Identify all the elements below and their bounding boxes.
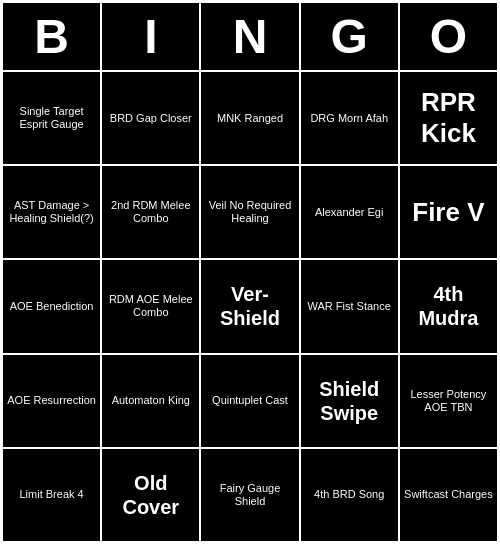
bingo-cell-21[interactable]: Old Cover <box>101 448 200 542</box>
cell-text-2: MNK Ranged <box>217 112 283 125</box>
bingo-card: BINGO Single Target Esprit GaugeBRD Gap … <box>0 0 500 544</box>
bingo-cell-10[interactable]: AOE Benediction <box>2 259 101 353</box>
bingo-cell-2[interactable]: MNK Ranged <box>200 71 299 165</box>
bingo-cell-6[interactable]: 2nd RDM Melee Combo <box>101 165 200 259</box>
header-letter-b: B <box>2 2 101 71</box>
bingo-cell-11[interactable]: RDM AOE Melee Combo <box>101 259 200 353</box>
bingo-cell-23[interactable]: 4th BRD Song <box>300 448 399 542</box>
header-letter-g: G <box>300 2 399 71</box>
header-letter-i: I <box>101 2 200 71</box>
cell-text-1: BRD Gap Closer <box>110 112 192 125</box>
cell-text-19: Lesser Potency AOE TBN <box>404 388 493 414</box>
cell-text-10: AOE Benediction <box>10 300 94 313</box>
bingo-cell-17[interactable]: Quintuplet Cast <box>200 354 299 448</box>
cell-text-4: RPR Kick <box>404 87 493 149</box>
cell-text-21: Old Cover <box>106 471 195 519</box>
bingo-cell-8[interactable]: Alexander Egi <box>300 165 399 259</box>
cell-text-24: Swiftcast Charges <box>404 488 493 501</box>
cell-text-15: AOE Resurrection <box>7 394 96 407</box>
header-letter-n: N <box>200 2 299 71</box>
bingo-cell-24[interactable]: Swiftcast Charges <box>399 448 498 542</box>
cell-text-5: AST Damage > Healing Shield(?) <box>7 199 96 225</box>
bingo-grid: Single Target Esprit GaugeBRD Gap Closer… <box>2 71 498 542</box>
bingo-cell-16[interactable]: Automaton King <box>101 354 200 448</box>
bingo-cell-22[interactable]: Fairy Gauge Shield <box>200 448 299 542</box>
bingo-cell-1[interactable]: BRD Gap Closer <box>101 71 200 165</box>
cell-text-9: Fire V <box>412 197 484 228</box>
cell-text-18: Shield Swipe <box>305 377 394 425</box>
bingo-cell-7[interactable]: Veil No Required Healing <box>200 165 299 259</box>
cell-text-6: 2nd RDM Melee Combo <box>106 199 195 225</box>
bingo-cell-20[interactable]: Limit Break 4 <box>2 448 101 542</box>
bingo-cell-3[interactable]: DRG Morn Afah <box>300 71 399 165</box>
bingo-cell-13[interactable]: WAR Fist Stance <box>300 259 399 353</box>
cell-text-16: Automaton King <box>112 394 190 407</box>
bingo-cell-4[interactable]: RPR Kick <box>399 71 498 165</box>
bingo-cell-15[interactable]: AOE Resurrection <box>2 354 101 448</box>
bingo-cell-5[interactable]: AST Damage > Healing Shield(?) <box>2 165 101 259</box>
cell-text-11: RDM AOE Melee Combo <box>106 293 195 319</box>
cell-text-22: Fairy Gauge Shield <box>205 482 294 508</box>
cell-text-12: Ver-Shield <box>205 282 294 330</box>
bingo-cell-9[interactable]: Fire V <box>399 165 498 259</box>
cell-text-0: Single Target Esprit Gauge <box>7 105 96 131</box>
cell-text-20: Limit Break 4 <box>19 488 83 501</box>
cell-text-14: 4th Mudra <box>404 282 493 330</box>
cell-text-3: DRG Morn Afah <box>310 112 388 125</box>
cell-text-13: WAR Fist Stance <box>308 300 391 313</box>
bingo-cell-19[interactable]: Lesser Potency AOE TBN <box>399 354 498 448</box>
header-letter-o: O <box>399 2 498 71</box>
bingo-cell-12[interactable]: Ver-Shield <box>200 259 299 353</box>
cell-text-23: 4th BRD Song <box>314 488 384 501</box>
bingo-cell-14[interactable]: 4th Mudra <box>399 259 498 353</box>
bingo-header: BINGO <box>2 2 498 71</box>
cell-text-7: Veil No Required Healing <box>205 199 294 225</box>
bingo-cell-18[interactable]: Shield Swipe <box>300 354 399 448</box>
bingo-cell-0[interactable]: Single Target Esprit Gauge <box>2 71 101 165</box>
cell-text-17: Quintuplet Cast <box>212 394 288 407</box>
cell-text-8: Alexander Egi <box>315 206 384 219</box>
